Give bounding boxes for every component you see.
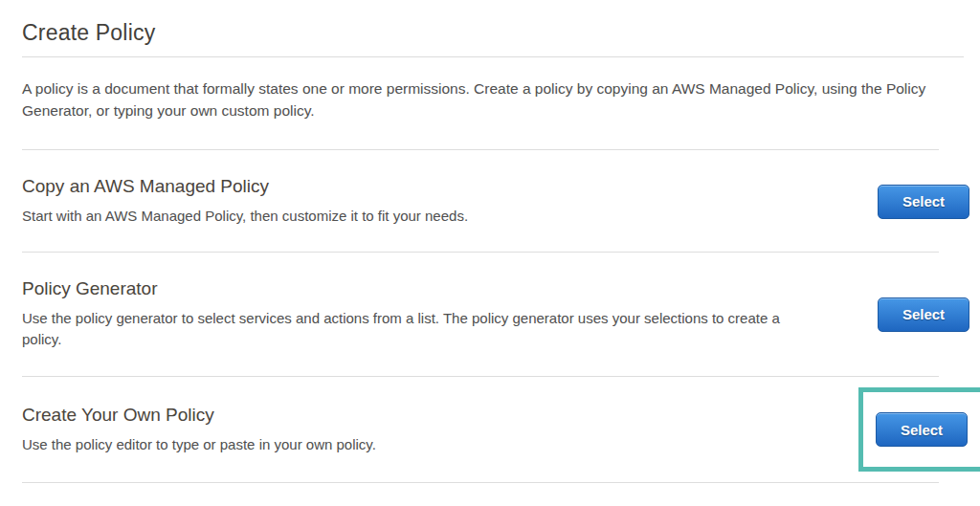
- selection-highlight-annotation: Select: [858, 387, 980, 472]
- section-desc-policy-generator: Use the policy generator to select servi…: [22, 308, 807, 350]
- select-create-your-own-policy-button[interactable]: Select: [876, 412, 968, 447]
- section-desc-create-your-own-policy: Use the policy editor to type or paste i…: [22, 434, 376, 455]
- section-policy-generator: Policy Generator Use the policy generato…: [22, 253, 969, 376]
- section-create-your-own-policy: Create Your Own Policy Use the policy ed…: [22, 377, 969, 482]
- section-heading-create-your-own-policy: Create Your Own Policy: [22, 405, 376, 426]
- section-divider: [22, 482, 939, 483]
- intro-text: A policy is a document that formally sta…: [22, 77, 965, 121]
- section-heading-copy-managed-policy: Copy an AWS Managed Policy: [22, 176, 468, 197]
- select-policy-generator-button[interactable]: Select: [878, 297, 969, 332]
- page-title: Create Policy: [22, 20, 980, 46]
- section-copy-managed-policy: Copy an AWS Managed Policy Start with an…: [22, 150, 969, 252]
- create-policy-page: Create Policy A policy is a document tha…: [0, 0, 980, 506]
- section-desc-copy-managed-policy: Start with an AWS Managed Policy, then c…: [22, 206, 468, 227]
- title-divider: [22, 56, 964, 57]
- section-heading-policy-generator: Policy Generator: [22, 278, 807, 299]
- select-copy-managed-policy-button[interactable]: Select: [878, 185, 969, 219]
